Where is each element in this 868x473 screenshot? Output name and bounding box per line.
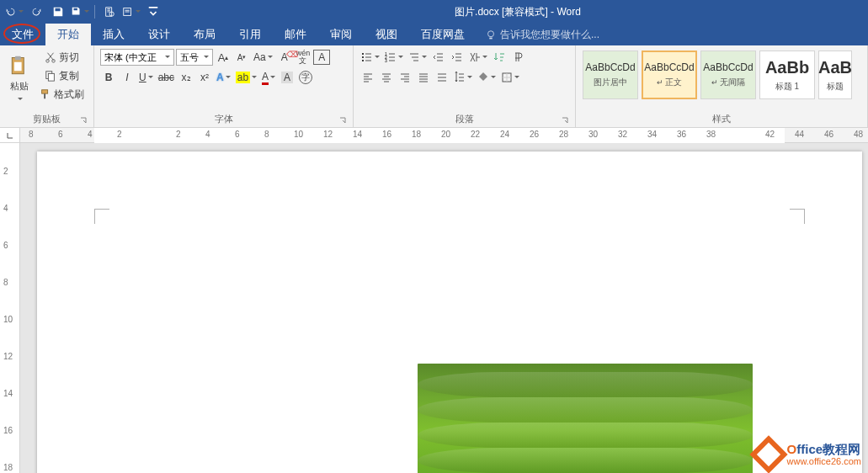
format-painter-button[interactable]: 格式刷	[38, 86, 86, 103]
qat-button[interactable]	[122, 3, 141, 21]
save-as-button[interactable]	[71, 3, 89, 21]
redo-button[interactable]	[27, 3, 45, 21]
dialog-launcher-icon[interactable]	[562, 117, 570, 125]
watermark: Office教程网 www.office26.com	[755, 441, 861, 468]
paste-button[interactable]: 粘贴	[3, 47, 35, 111]
svg-text:3: 3	[385, 58, 387, 63]
sort-button[interactable]	[491, 49, 508, 66]
menu-view[interactable]: 视图	[364, 24, 409, 45]
numbering-button[interactable]: 123	[383, 49, 405, 66]
svg-point-13	[362, 60, 364, 61]
italic-button[interactable]: I	[119, 69, 136, 86]
svg-point-12	[362, 56, 364, 58]
group-font-label: 字体	[215, 114, 233, 124]
office-logo-icon	[749, 435, 787, 473]
style-gallery: AaBbCcDd图片居中 AaBbCcDd↵正文 AaBbCcDd↵无间隔 Aa…	[579, 47, 855, 111]
style-title[interactable]: AaB标题	[818, 50, 852, 99]
distribute-button[interactable]	[434, 69, 450, 86]
window-title: 图片.docx [兼容模式] - Word	[168, 5, 868, 19]
print-preview-button[interactable]	[100, 3, 119, 21]
svg-point-11	[362, 53, 364, 55]
style-image-center[interactable]: AaBbCcDd图片居中	[583, 50, 638, 99]
group-clipboard-label: 剪贴板	[33, 114, 61, 124]
svg-rect-5	[14, 61, 22, 71]
workspace: 24681012141618 8642246810121416182022242…	[0, 128, 868, 473]
enclose-char-button[interactable]: 字	[297, 69, 314, 86]
tab-selector[interactable]	[0, 128, 19, 143]
clear-format-button[interactable]: A⌫	[276, 49, 293, 66]
undo-button[interactable]	[5, 3, 24, 21]
underline-button[interactable]: U	[137, 69, 155, 86]
ribbon: 粘贴 剪切 复制 格式刷 剪贴板 宋体 (中文正 五号 A▴ A▾ Aa A⌫ …	[0, 45, 868, 128]
menu-file[interactable]: 文件	[0, 24, 45, 45]
document-area[interactable]	[20, 143, 868, 473]
justify-button[interactable]	[415, 69, 432, 86]
font-name-select[interactable]: 宋体 (中文正	[100, 49, 174, 66]
style-normal[interactable]: AaBbCcDd↵正文	[642, 50, 697, 99]
quick-access-toolbar	[0, 3, 168, 21]
copy-button[interactable]: 复制	[38, 67, 86, 84]
menu-references[interactable]: 引用	[227, 24, 273, 45]
tell-me-input[interactable]: 告诉我您想要做什么...	[477, 24, 608, 45]
svg-rect-4	[15, 56, 21, 59]
group-paragraph-label: 段落	[455, 114, 474, 124]
menu-review[interactable]: 审阅	[318, 24, 364, 45]
menu-bar: 文件 开始 插入 设计 布局 引用 邮件 审阅 视图 百度网盘 告诉我您想要做什…	[0, 24, 868, 45]
dialog-launcher-icon[interactable]	[80, 117, 88, 125]
bullets-button[interactable]	[359, 49, 381, 66]
crop-mark-icon	[94, 209, 109, 224]
svg-rect-9	[48, 73, 54, 81]
lightbulb-icon	[485, 29, 497, 41]
char-border-button[interactable]: A	[313, 50, 330, 65]
document-image[interactable]	[418, 364, 753, 473]
strikethrough-button[interactable]: abc	[157, 69, 176, 86]
char-shading-button[interactable]: A	[279, 69, 296, 86]
qat-customize-button[interactable]	[144, 3, 162, 21]
group-styles: AaBbCcDd图片居中 AaBbCcDd↵正文 AaBbCcDd↵无间隔 Aa…	[576, 45, 868, 127]
svg-rect-10	[42, 90, 48, 93]
asian-layout-button[interactable]	[467, 49, 489, 66]
subscript-button[interactable]: x₂	[178, 69, 194, 86]
vertical-ruler-column: 24681012141618	[0, 128, 20, 473]
bold-button[interactable]: B	[100, 69, 117, 86]
group-paragraph: 123 段落	[354, 45, 576, 127]
font-color-button[interactable]: A	[260, 69, 277, 86]
grow-font-button[interactable]: A▴	[215, 49, 232, 66]
svg-point-2	[488, 30, 494, 36]
title-bar: 图片.docx [兼容模式] - Word	[0, 0, 868, 24]
align-right-button[interactable]	[397, 69, 413, 86]
group-font: 宋体 (中文正 五号 A▴ A▾ Aa A⌫ wén文 A B I U abc …	[94, 45, 354, 127]
menu-home[interactable]: 开始	[45, 24, 91, 45]
vertical-ruler[interactable]: 24681012141618	[0, 143, 19, 473]
group-clipboard: 粘贴 剪切 复制 格式刷 剪贴板	[0, 45, 94, 127]
line-spacing-button[interactable]	[452, 69, 474, 86]
group-styles-label: 样式	[712, 114, 731, 124]
menu-mailings[interactable]: 邮件	[273, 24, 318, 45]
horizontal-ruler[interactable]: 8642246810121416182022242628303234363842…	[20, 128, 868, 143]
style-heading1[interactable]: AaBb标题 1	[759, 50, 815, 99]
show-marks-button[interactable]	[509, 49, 526, 66]
align-center-button[interactable]	[378, 69, 395, 86]
superscript-button[interactable]: x²	[196, 69, 213, 86]
menu-baidu[interactable]: 百度网盘	[409, 24, 477, 45]
borders-button[interactable]	[499, 69, 521, 86]
multilevel-button[interactable]	[407, 49, 429, 66]
cut-button[interactable]: 剪切	[38, 49, 86, 66]
highlight-button[interactable]: ab	[234, 69, 258, 86]
align-left-button[interactable]	[359, 69, 376, 86]
menu-insert[interactable]: 插入	[91, 24, 136, 45]
text-effects-button[interactable]: A	[215, 69, 232, 86]
style-no-spacing[interactable]: AaBbCcDd↵无间隔	[700, 50, 756, 99]
dialog-launcher-icon[interactable]	[339, 117, 348, 125]
decrease-indent-button[interactable]	[430, 49, 447, 66]
menu-layout[interactable]: 布局	[182, 24, 227, 45]
font-size-select[interactable]: 五号	[176, 49, 213, 66]
shading-button[interactable]	[476, 69, 498, 86]
change-case-button[interactable]: Aa	[252, 49, 274, 66]
increase-indent-button[interactable]	[449, 49, 466, 66]
shrink-font-button[interactable]: A▾	[233, 49, 250, 66]
save-button[interactable]	[49, 3, 67, 21]
menu-design[interactable]: 设计	[136, 24, 182, 45]
crop-mark-icon	[790, 209, 805, 224]
